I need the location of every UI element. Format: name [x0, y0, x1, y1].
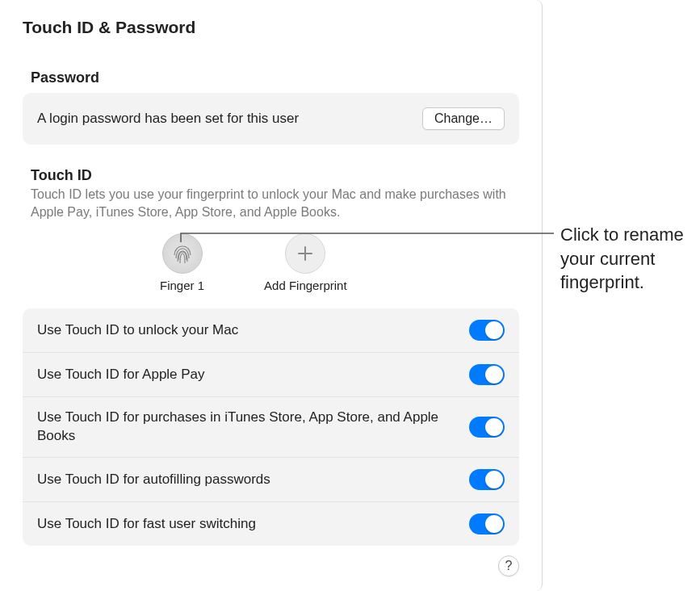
- fingerprint-label: Finger 1: [160, 279, 204, 292]
- add-fingerprint-button[interactable]: Add Fingerprint: [264, 233, 347, 292]
- fingerprint-icon: [162, 233, 203, 274]
- setting-unlock-mac: Use Touch ID to unlock your Mac: [23, 308, 519, 353]
- callout-text: Click to rename your current fingerprint…: [560, 223, 690, 295]
- setting-purchases: Use Touch ID for purchases in iTunes Sto…: [23, 397, 519, 458]
- password-section-label: Password: [31, 69, 519, 86]
- toggle-fast-user-switching[interactable]: [469, 513, 505, 534]
- settings-panel: Touch ID & Password Password A login pas…: [0, 0, 543, 591]
- setting-label: Use Touch ID for autofilling passwords: [37, 471, 270, 489]
- fingerprints-row: Finger 1 Add Fingerprint: [160, 233, 519, 292]
- setting-apple-pay: Use Touch ID for Apple Pay: [23, 353, 519, 397]
- touchid-section-label: Touch ID: [31, 167, 519, 184]
- toggle-purchases[interactable]: [469, 417, 505, 438]
- toggle-unlock-mac[interactable]: [469, 320, 505, 341]
- setting-label: Use Touch ID for Apple Pay: [37, 366, 205, 384]
- setting-autofill: Use Touch ID for autofilling passwords: [23, 458, 519, 502]
- setting-label: Use Touch ID for fast user switching: [37, 515, 256, 534]
- toggle-autofill[interactable]: [469, 469, 505, 490]
- setting-label: Use Touch ID to unlock your Mac: [37, 321, 238, 340]
- touchid-header: Touch ID Touch ID lets you use your fing…: [31, 167, 519, 220]
- password-status: A login password has been set for this u…: [37, 111, 299, 127]
- page-title: Touch ID & Password: [23, 18, 519, 37]
- setting-label: Use Touch ID for purchases in iTunes Sto…: [37, 409, 441, 446]
- add-fingerprint-label: Add Fingerprint: [264, 279, 347, 292]
- help-button[interactable]: ?: [498, 555, 519, 576]
- touchid-description: Touch ID lets you use your fingerprint t…: [31, 186, 515, 220]
- plus-icon: [285, 233, 325, 274]
- touchid-settings-list: Use Touch ID to unlock your Mac Use Touc…: [23, 308, 519, 546]
- password-card: A login password has been set for this u…: [23, 93, 519, 145]
- setting-fast-user-switching: Use Touch ID for fast user switching: [23, 502, 519, 546]
- fingerprint-item[interactable]: Finger 1: [160, 233, 204, 292]
- toggle-apple-pay[interactable]: [469, 364, 505, 385]
- help-label: ?: [505, 559, 513, 573]
- change-password-button[interactable]: Change…: [422, 107, 505, 130]
